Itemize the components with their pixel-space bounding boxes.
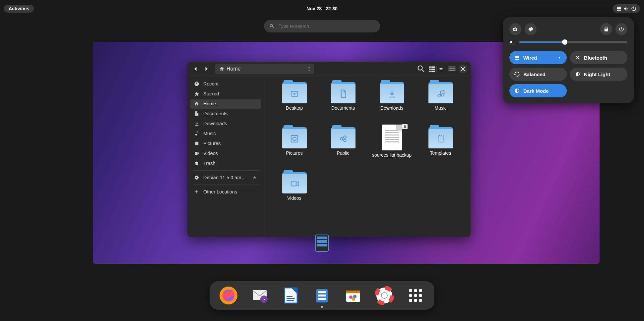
- path-menu-button[interactable]: [304, 66, 314, 72]
- svg-rect-25: [318, 291, 326, 293]
- qs-tile-nightlight[interactable]: Night Light: [570, 68, 627, 81]
- qs-tile-balanced[interactable]: Balanced: [509, 68, 567, 81]
- pictures-icon: [194, 141, 199, 146]
- svg-point-32: [352, 297, 355, 301]
- trash-icon: [194, 161, 199, 166]
- file-item[interactable]: Templates: [417, 127, 464, 170]
- sidebar-item-pictures[interactable]: Pictures: [190, 138, 261, 148]
- files-icon: [312, 286, 332, 305]
- sidebar-item-label: Videos: [203, 151, 257, 156]
- sidebar-item-starred[interactable]: Starred: [190, 89, 261, 99]
- clock-time: 22:30: [326, 6, 338, 11]
- power-profile-icon: [514, 71, 520, 77]
- readonly-emblem-icon: [402, 124, 408, 129]
- file-item-label: Videos: [287, 195, 301, 201]
- power-button[interactable]: [615, 23, 627, 35]
- activities-button[interactable]: Activities: [4, 5, 34, 13]
- sidebar-item-trash[interactable]: Trash: [190, 158, 261, 168]
- overview-search[interactable]: [264, 20, 380, 32]
- sidebar-item-label: Trash: [203, 161, 257, 166]
- hamburger-menu-button[interactable]: [447, 64, 457, 74]
- clock[interactable]: Nov 28 22:30: [306, 6, 338, 11]
- volume-icon: [623, 6, 629, 12]
- volume-slider[interactable]: [519, 41, 627, 43]
- screenshot-button[interactable]: [509, 23, 521, 35]
- folder-icon: [380, 82, 404, 103]
- search-input[interactable]: [279, 24, 375, 29]
- lock-button[interactable]: [600, 23, 612, 35]
- folder-icon: [282, 127, 307, 148]
- plus-icon: [194, 189, 199, 194]
- sidebar-item-recent[interactable]: Recent: [190, 79, 261, 89]
- sidebar-item-music[interactable]: Music: [190, 129, 261, 138]
- file-item[interactable]: Music: [417, 82, 464, 125]
- close-button[interactable]: [459, 65, 467, 73]
- apps-icon: [406, 286, 425, 305]
- view-list-button[interactable]: [428, 64, 436, 74]
- svg-point-41: [419, 294, 422, 297]
- dock-item-help[interactable]: [375, 286, 394, 305]
- file-item-label: Pictures: [286, 150, 303, 156]
- sidebar-item-other-locations[interactable]: Other Locations: [190, 187, 261, 197]
- file-grid: Desktop Documents Downloads Music Pictur…: [264, 76, 471, 237]
- svg-point-11: [340, 137, 343, 140]
- folder-icon: [428, 82, 453, 103]
- svg-point-4: [196, 177, 197, 178]
- home-icon: [194, 101, 199, 106]
- svg-rect-27: [318, 298, 326, 300]
- qs-tile-bluetooth[interactable]: Bluetooth: [570, 51, 627, 64]
- download-icon: [194, 121, 199, 126]
- qs-tile-label: Balanced: [523, 72, 546, 77]
- sidebar-item-downloads[interactable]: Downloads: [190, 119, 261, 129]
- nav-back-button[interactable]: [191, 64, 200, 74]
- qs-tile-wired[interactable]: Wired: [509, 51, 567, 64]
- file-item-label: Downloads: [380, 105, 403, 111]
- qs-tile-label: Bluetooth: [584, 55, 607, 61]
- sidebar-item-label: Recent: [203, 81, 257, 86]
- file-item-label: Desktop: [286, 105, 303, 111]
- file-item[interactable]: Desktop: [271, 82, 318, 125]
- file-item[interactable]: Downloads: [368, 82, 415, 125]
- system-tray[interactable]: [613, 4, 640, 13]
- sidebar-item-label: Home: [203, 101, 257, 106]
- svg-point-44: [419, 299, 422, 302]
- view-options-button[interactable]: [437, 64, 445, 74]
- dock-item-apps[interactable]: [406, 286, 425, 305]
- document-icon: [194, 111, 199, 116]
- chevron-right-icon[interactable]: [557, 55, 562, 60]
- sidebar-item-videos[interactable]: Videos: [190, 148, 261, 158]
- videos-icon: [194, 151, 199, 156]
- search-button[interactable]: [417, 64, 426, 74]
- dock-item-mail[interactable]: [250, 286, 269, 305]
- svg-point-38: [419, 289, 422, 292]
- file-item-label: Templates: [430, 150, 451, 156]
- view-switcher: [428, 64, 445, 74]
- home-icon: [219, 66, 225, 72]
- svg-point-30: [349, 295, 353, 299]
- dock-item-files[interactable]: [312, 286, 332, 305]
- nav-forward-button[interactable]: [202, 64, 211, 74]
- sidebar-item-home[interactable]: Home: [190, 99, 261, 109]
- file-item[interactable]: Public: [320, 127, 366, 170]
- qs-tile-darkmode[interactable]: Dark Mode: [509, 84, 567, 97]
- overview-window-thumb[interactable]: [315, 235, 329, 252]
- path-segment-home[interactable]: Home: [215, 64, 245, 74]
- sidebar-item-label: Pictures: [203, 141, 257, 146]
- dock-item-software[interactable]: [344, 286, 363, 305]
- file-item[interactable]: sources.list.backup: [368, 127, 415, 170]
- eject-icon[interactable]: [252, 175, 257, 180]
- quick-settings-popover: Wired Bluetooth Balanced Night Light Dar…: [503, 17, 634, 103]
- sidebar-item-disk[interactable]: Debian 11.5.0 amd6…: [190, 173, 261, 183]
- file-item[interactable]: Pictures: [271, 127, 318, 170]
- settings-button[interactable]: [525, 23, 537, 35]
- file-item-label: Public: [337, 150, 349, 156]
- dock-item-writer[interactable]: [281, 286, 300, 305]
- svg-point-35: [381, 293, 387, 298]
- file-item[interactable]: Documents: [320, 82, 366, 125]
- dock-item-firefox[interactable]: [219, 286, 238, 305]
- path-bar[interactable]: Home: [215, 64, 314, 74]
- power-icon: [618, 26, 624, 32]
- file-item[interactable]: Videos: [271, 172, 318, 215]
- sidebar-item-documents[interactable]: Documents: [190, 109, 261, 119]
- folder-icon: [282, 172, 307, 193]
